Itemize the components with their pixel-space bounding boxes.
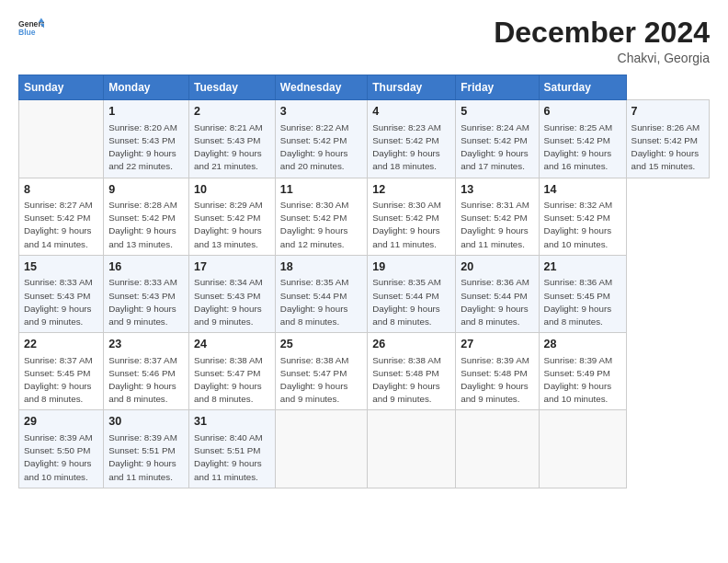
logo-icon: General Blue <box>18 17 44 42</box>
day-number: 8 <box>24 182 98 199</box>
day-detail: Sunrise: 8:36 AMSunset: 5:45 PMDaylight:… <box>544 276 621 328</box>
day-detail: Sunrise: 8:38 AMSunset: 5:47 PMDaylight:… <box>280 354 362 407</box>
day-detail: Sunrise: 8:37 AMSunset: 5:46 PMDaylight:… <box>108 354 184 407</box>
calendar-cell: 24Sunrise: 8:38 AMSunset: 5:47 PMDayligh… <box>189 333 276 410</box>
weekday-header-friday: Friday <box>456 75 539 100</box>
calendar-cell <box>539 410 626 488</box>
day-detail: Sunrise: 8:30 AMSunset: 5:42 PMDaylight:… <box>372 199 450 251</box>
day-detail: Sunrise: 8:24 AMSunset: 5:42 PMDaylight:… <box>461 121 533 174</box>
calendar-cell: 14Sunrise: 8:32 AMSunset: 5:42 PMDayligh… <box>539 178 626 255</box>
day-detail: Sunrise: 8:26 AMSunset: 5:42 PMDaylight:… <box>631 121 704 174</box>
svg-text:Blue: Blue <box>18 28 36 37</box>
day-number: 17 <box>194 259 270 276</box>
weekday-header-sunday: Sunday <box>19 75 104 100</box>
calendar-cell: 3Sunrise: 8:22 AMSunset: 5:42 PMDaylight… <box>275 100 367 178</box>
calendar-cell: 12Sunrise: 8:30 AMSunset: 5:42 PMDayligh… <box>368 178 456 255</box>
day-detail: Sunrise: 8:32 AMSunset: 5:42 PMDaylight:… <box>544 199 621 251</box>
calendar-cell: 31Sunrise: 8:40 AMSunset: 5:51 PMDayligh… <box>189 410 276 488</box>
day-detail: Sunrise: 8:40 AMSunset: 5:51 PMDaylight:… <box>194 431 270 484</box>
calendar-cell: 23Sunrise: 8:37 AMSunset: 5:46 PMDayligh… <box>104 333 189 410</box>
day-number: 11 <box>280 182 362 199</box>
day-detail: Sunrise: 8:38 AMSunset: 5:47 PMDaylight:… <box>194 354 270 407</box>
calendar-cell: 10Sunrise: 8:29 AMSunset: 5:42 PMDayligh… <box>189 178 276 255</box>
day-number: 20 <box>461 259 533 276</box>
day-number: 21 <box>544 259 621 276</box>
calendar-cell: 19Sunrise: 8:35 AMSunset: 5:44 PMDayligh… <box>368 255 456 332</box>
calendar-cell: 26Sunrise: 8:38 AMSunset: 5:48 PMDayligh… <box>368 333 456 410</box>
calendar-cell: 5Sunrise: 8:24 AMSunset: 5:42 PMDaylight… <box>456 100 539 178</box>
day-number: 15 <box>24 259 98 276</box>
calendar-cell: 7Sunrise: 8:26 AMSunset: 5:42 PMDaylight… <box>626 100 709 178</box>
day-detail: Sunrise: 8:23 AMSunset: 5:42 PMDaylight:… <box>372 121 450 174</box>
calendar-week-row: 1Sunrise: 8:20 AMSunset: 5:43 PMDaylight… <box>19 100 710 178</box>
day-detail: Sunrise: 8:35 AMSunset: 5:44 PMDaylight:… <box>280 276 362 328</box>
calendar-cell: 2Sunrise: 8:21 AMSunset: 5:43 PMDaylight… <box>189 100 276 178</box>
title-month: December 2024 <box>494 17 710 49</box>
weekday-header-thursday: Thursday <box>368 75 456 100</box>
day-number: 14 <box>544 182 621 199</box>
day-number: 4 <box>372 104 450 121</box>
day-number: 2 <box>194 104 270 121</box>
calendar-cell <box>275 410 367 488</box>
day-detail: Sunrise: 8:29 AMSunset: 5:42 PMDaylight:… <box>194 199 270 251</box>
weekday-header-saturday: Saturday <box>539 75 626 100</box>
calendar-week-row: 8Sunrise: 8:27 AMSunset: 5:42 PMDaylight… <box>19 178 710 255</box>
day-number: 1 <box>108 104 184 121</box>
day-number: 27 <box>461 337 533 353</box>
calendar-week-row: 29Sunrise: 8:39 AMSunset: 5:50 PMDayligh… <box>19 410 710 488</box>
weekday-header-monday: Monday <box>104 75 189 100</box>
day-number: 16 <box>108 259 184 276</box>
day-number: 7 <box>631 104 704 121</box>
weekday-header-wednesday: Wednesday <box>275 75 367 100</box>
day-detail: Sunrise: 8:39 AMSunset: 5:50 PMDaylight:… <box>24 431 98 484</box>
day-detail: Sunrise: 8:20 AMSunset: 5:43 PMDaylight:… <box>108 121 184 174</box>
day-number: 22 <box>24 337 98 353</box>
day-detail: Sunrise: 8:33 AMSunset: 5:43 PMDaylight:… <box>108 276 184 328</box>
calendar-week-row: 15Sunrise: 8:33 AMSunset: 5:43 PMDayligh… <box>19 255 710 332</box>
day-detail: Sunrise: 8:36 AMSunset: 5:44 PMDaylight:… <box>461 276 533 328</box>
header: General Blue December 2024 Chakvi, Georg… <box>18 17 710 65</box>
day-number: 26 <box>372 337 450 353</box>
calendar-cell: 22Sunrise: 8:37 AMSunset: 5:45 PMDayligh… <box>19 333 104 410</box>
page-container: General Blue December 2024 Chakvi, Georg… <box>0 0 728 498</box>
calendar-cell: 13Sunrise: 8:31 AMSunset: 5:42 PMDayligh… <box>456 178 539 255</box>
calendar-cell: 20Sunrise: 8:36 AMSunset: 5:44 PMDayligh… <box>456 255 539 332</box>
day-detail: Sunrise: 8:35 AMSunset: 5:44 PMDaylight:… <box>372 276 450 328</box>
day-number: 10 <box>194 182 270 199</box>
day-number: 12 <box>372 182 450 199</box>
day-detail: Sunrise: 8:31 AMSunset: 5:42 PMDaylight:… <box>461 199 533 251</box>
day-number: 23 <box>108 337 184 353</box>
day-detail: Sunrise: 8:30 AMSunset: 5:42 PMDaylight:… <box>280 199 362 251</box>
day-detail: Sunrise: 8:39 AMSunset: 5:49 PMDaylight:… <box>544 354 621 407</box>
day-number: 24 <box>194 337 270 353</box>
calendar-week-row: 22Sunrise: 8:37 AMSunset: 5:45 PMDayligh… <box>19 333 710 410</box>
day-detail: Sunrise: 8:27 AMSunset: 5:42 PMDaylight:… <box>24 199 98 251</box>
calendar-cell: 9Sunrise: 8:28 AMSunset: 5:42 PMDaylight… <box>104 178 189 255</box>
calendar-cell: 15Sunrise: 8:33 AMSunset: 5:43 PMDayligh… <box>19 255 104 332</box>
calendar-cell: 17Sunrise: 8:34 AMSunset: 5:43 PMDayligh… <box>189 255 276 332</box>
day-number: 5 <box>461 104 533 121</box>
day-detail: Sunrise: 8:28 AMSunset: 5:42 PMDaylight:… <box>108 199 184 251</box>
day-detail: Sunrise: 8:39 AMSunset: 5:48 PMDaylight:… <box>461 354 533 407</box>
calendar-cell: 6Sunrise: 8:25 AMSunset: 5:42 PMDaylight… <box>539 100 626 178</box>
day-detail: Sunrise: 8:38 AMSunset: 5:48 PMDaylight:… <box>372 354 450 407</box>
day-number: 13 <box>461 182 533 199</box>
calendar-table: SundayMondayTuesdayWednesdayThursdayFrid… <box>18 75 710 488</box>
weekday-header-tuesday: Tuesday <box>189 75 276 100</box>
calendar-cell <box>456 410 539 488</box>
calendar-cell: 28Sunrise: 8:39 AMSunset: 5:49 PMDayligh… <box>539 333 626 410</box>
day-number: 19 <box>372 259 450 276</box>
day-detail: Sunrise: 8:22 AMSunset: 5:42 PMDaylight:… <box>280 121 362 174</box>
day-number: 3 <box>280 104 362 121</box>
title-block: December 2024 Chakvi, Georgia <box>494 17 710 65</box>
calendar-cell: 29Sunrise: 8:39 AMSunset: 5:50 PMDayligh… <box>19 410 104 488</box>
calendar-cell: 8Sunrise: 8:27 AMSunset: 5:42 PMDaylight… <box>19 178 104 255</box>
calendar-cell: 27Sunrise: 8:39 AMSunset: 5:48 PMDayligh… <box>456 333 539 410</box>
day-number: 31 <box>194 414 270 431</box>
calendar-cell: 1Sunrise: 8:20 AMSunset: 5:43 PMDaylight… <box>104 100 189 178</box>
calendar-cell: 30Sunrise: 8:39 AMSunset: 5:51 PMDayligh… <box>104 410 189 488</box>
calendar-cell: 16Sunrise: 8:33 AMSunset: 5:43 PMDayligh… <box>104 255 189 332</box>
calendar-cell: 18Sunrise: 8:35 AMSunset: 5:44 PMDayligh… <box>275 255 367 332</box>
day-number: 28 <box>544 337 621 353</box>
day-number: 25 <box>280 337 362 353</box>
